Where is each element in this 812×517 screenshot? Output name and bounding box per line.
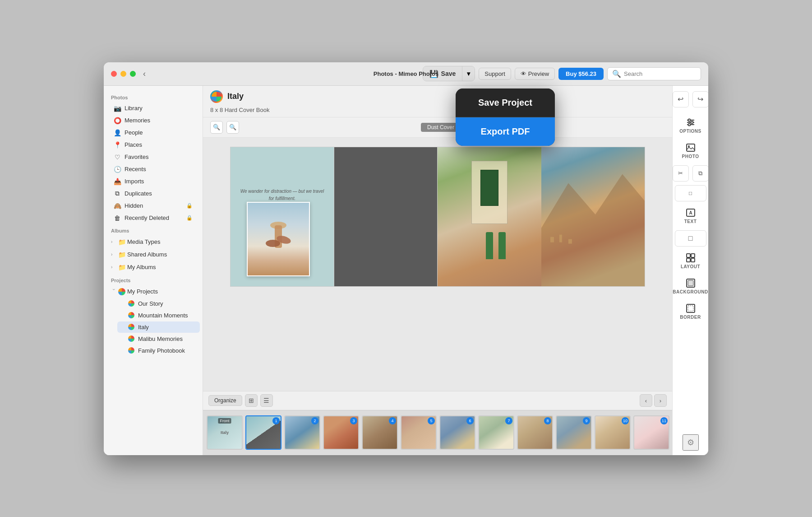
project-item-mountain-moments[interactable]: Mountain Moments — [117, 310, 200, 321]
prev-page-button[interactable]: ‹ — [640, 394, 652, 407]
add-page-button[interactable]: ⊞ — [245, 394, 258, 407]
eye-icon: 👁 — [521, 70, 526, 77]
filmstrip-thumb-9[interactable]: 9 — [556, 415, 592, 450]
my-albums-header[interactable]: › 📁 My Albums — [106, 261, 200, 273]
project-icon-italy — [128, 324, 134, 330]
filmstrip-thumb-10[interactable]: 10 — [595, 415, 631, 450]
my-albums-label: My Albums — [127, 264, 156, 270]
sidebar-item-recents[interactable]: 🕒 Recents — [106, 163, 200, 175]
my-albums-group: › 📁 My Albums — [104, 261, 203, 273]
redo-button[interactable]: ↪ — [692, 91, 709, 107]
buy-button[interactable]: Buy $56.23 — [558, 68, 604, 80]
sidebar-item-memories[interactable]: ⭕ Memories — [106, 115, 200, 126]
project-item-malibu-memories[interactable]: Malibu Memories — [117, 333, 200, 345]
library-icon: 📷 — [114, 105, 121, 112]
save-project-option[interactable]: Save Project — [456, 88, 555, 117]
grid-view-button[interactable]: ☰ — [260, 394, 273, 407]
my-projects-group: › My Projects Our Story Mountain Moments — [104, 286, 203, 356]
filmstrip-thumb-2[interactable]: 2 — [284, 415, 320, 450]
background-panel-button[interactable]: BACKGROUND — [675, 275, 706, 298]
copy-button[interactable]: ⧉ — [692, 165, 709, 182]
our-story-label: Our Story — [138, 300, 163, 307]
filmstrip-thumb-6[interactable]: 6 — [439, 415, 475, 450]
text-frame-button[interactable]: □ — [675, 230, 706, 247]
favorites-label: Favorites — [125, 154, 148, 160]
people-icon: 👤 — [114, 129, 121, 136]
titlebar: ‹ Photos - Mimeo Photos 💾 Save ▼ Support… — [104, 62, 708, 86]
filmstrip-thumb-4[interactable]: 4 — [362, 415, 398, 450]
project-item-italy[interactable]: Italy — [117, 321, 200, 333]
media-types-group: › 📁 Media Types — [104, 236, 203, 248]
settings-button[interactable]: ⚙ — [683, 434, 699, 451]
my-albums-icon: 📁 — [118, 264, 125, 271]
page-num-11: 11 — [660, 417, 668, 424]
media-types-icon: 📁 — [118, 238, 125, 246]
border-panel-button[interactable]: BORDER — [675, 300, 706, 323]
shared-albums-group: › 📁 Shared Albums — [104, 249, 203, 261]
undo-button[interactable]: ↩ — [673, 91, 689, 107]
sidebar-item-recently-deleted[interactable]: 🗑 Recently Deleted 🔒 — [106, 212, 200, 224]
filmstrip-thumb-11[interactable]: 11 — [633, 415, 669, 450]
cut-button[interactable]: ✂ — [673, 165, 689, 182]
filmstrip-thumb-front[interactable]: Italy Front — [207, 415, 243, 450]
photo-icon — [686, 143, 696, 153]
maximize-button[interactable] — [130, 71, 136, 77]
albums-section-label: Albums — [104, 224, 203, 235]
zoom-out-button[interactable]: 🔍 — [210, 121, 223, 134]
export-pdf-option[interactable]: Export PDF — [456, 117, 555, 146]
search-field: 🔍 — [607, 67, 701, 80]
canvas-scroll[interactable]: We wander for distraction — but we trave… — [203, 138, 672, 391]
search-input[interactable] — [624, 70, 696, 77]
sidebar-item-hidden[interactable]: 🙈 Hidden 🔒 — [106, 200, 200, 212]
my-projects-header[interactable]: › My Projects — [106, 286, 200, 298]
content-area: Italy 8 x 8 Hard Cover Book 🔍 🔍 Dust Cov… — [203, 86, 672, 455]
sidebar-item-people[interactable]: 👤 People — [106, 127, 200, 139]
bottom-left-controls: Organize ⊞ ☰ — [208, 394, 273, 407]
shared-albums-header[interactable]: › 📁 Shared Albums — [106, 249, 200, 261]
filmstrip-thumb-1[interactable]: 1 — [245, 415, 281, 450]
next-page-button[interactable]: › — [654, 394, 667, 407]
paste-button[interactable]: □ — [675, 185, 706, 201]
sidebar-item-duplicates[interactable]: ⧉ Duplicates — [106, 188, 200, 200]
sidebar: Photos 📷 Library ⭕ Memories 👤 People 📍 P… — [104, 86, 203, 455]
canvas-area: 🔍 🔍 Dust Cover Front Flap We wander for … — [203, 117, 672, 455]
filmstrip-thumb-7[interactable]: 7 — [478, 415, 514, 450]
filmstrip-thumb-8[interactable]: 8 — [517, 415, 553, 450]
sidebar-item-favorites[interactable]: ♡ Favorites — [106, 151, 200, 163]
filmstrip-thumb-3[interactable]: 3 — [323, 415, 359, 450]
close-button[interactable] — [111, 71, 117, 77]
minimize-button[interactable] — [120, 71, 126, 77]
text-panel-button[interactable]: A TEXT — [675, 204, 706, 228]
places-icon: 📍 — [114, 141, 121, 149]
page-num-1: 1 — [272, 417, 280, 424]
filmstrip-thumb-5[interactable]: 5 — [401, 415, 437, 450]
recents-label: Recents — [125, 166, 146, 172]
options-panel-button[interactable]: OPTIONS — [675, 114, 706, 137]
back-button[interactable]: ‹ — [143, 69, 146, 79]
organize-button[interactable]: Organize — [208, 395, 242, 406]
save-dropdown-button[interactable]: ▼ — [462, 66, 475, 81]
support-button[interactable]: Support — [479, 68, 511, 80]
zoom-in-button[interactable]: 🔍 — [226, 121, 239, 134]
cut-copy-group: ✂ ⧉ — [672, 164, 709, 182]
save-dropdown-popup: Save Project Export PDF — [456, 88, 555, 146]
media-types-header[interactable]: › 📁 Media Types — [106, 236, 200, 248]
project-item-family-photobook[interactable]: Family Photobook — [117, 345, 200, 356]
sidebar-item-places[interactable]: 📍 Places — [106, 139, 200, 151]
italy-label: Italy — [138, 324, 149, 331]
sidebar-item-imports[interactable]: 📥 Imports — [106, 176, 200, 187]
save-label: Save — [441, 70, 456, 77]
sidebar-item-library[interactable]: 📷 Library — [106, 102, 200, 114]
photo-panel-button[interactable]: PHOTO — [675, 139, 706, 163]
background-label: BACKGROUND — [673, 289, 708, 294]
layout-panel-button[interactable]: LAYOUT — [675, 249, 706, 273]
options-label: OPTIONS — [679, 129, 701, 134]
svg-rect-18 — [687, 254, 690, 257]
imports-icon: 📥 — [114, 178, 121, 185]
panel-bottom: ⚙ — [683, 434, 699, 451]
memories-label: Memories — [125, 117, 150, 124]
photo-label: PHOTO — [682, 154, 699, 159]
search-icon: 🔍 — [612, 70, 621, 78]
project-item-our-story[interactable]: Our Story — [117, 298, 200, 309]
preview-button[interactable]: 👁 Preview — [515, 68, 555, 80]
